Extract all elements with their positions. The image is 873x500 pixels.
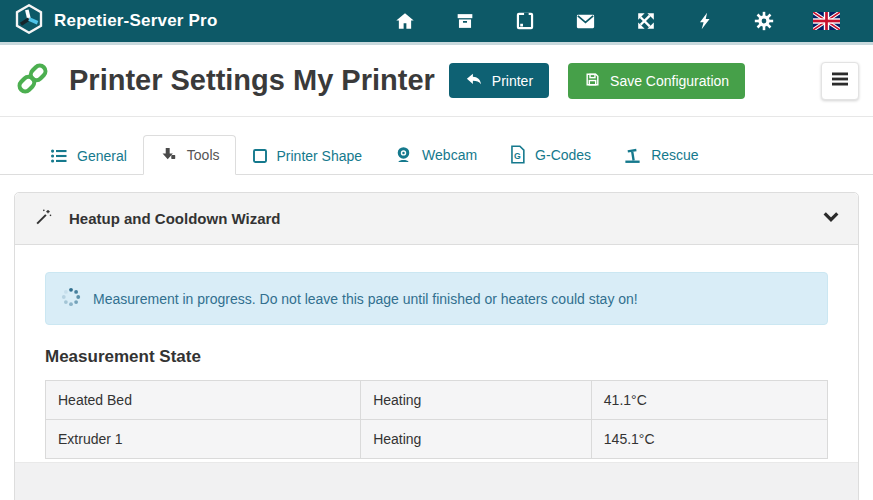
printer-box-icon bbox=[454, 10, 476, 32]
fullscreen-button[interactable] bbox=[616, 0, 676, 42]
printer-frame-icon bbox=[514, 10, 536, 32]
tab-gcodes[interactable]: G G-Codes bbox=[493, 134, 607, 175]
square-outline-icon bbox=[252, 148, 268, 164]
home-button[interactable] bbox=[375, 0, 435, 42]
navbar-actions bbox=[375, 0, 859, 42]
save-configuration-button[interactable]: Save Configuration bbox=[568, 63, 745, 99]
heater-temp-cell: 41.1°C bbox=[591, 381, 827, 420]
magic-wand-icon bbox=[33, 207, 53, 230]
tab-general[interactable]: General bbox=[34, 137, 143, 175]
wizard-panel-title: Heatup and Cooldown Wizard bbox=[69, 210, 281, 227]
tab-rescue[interactable]: Rescue bbox=[607, 135, 714, 175]
brand[interactable]: Repetier-Server Pro bbox=[14, 4, 217, 38]
wizard-panel-footer bbox=[15, 462, 858, 500]
page-title: Printer Settings My Printer bbox=[69, 64, 435, 97]
wizard-panel-body: Measurement in progress. Do not leave th… bbox=[15, 245, 858, 462]
page-header: Printer Settings My Printer Printer Save… bbox=[0, 45, 873, 117]
top-navbar: Repetier-Server Pro bbox=[0, 0, 873, 45]
gcode-file-icon: G bbox=[509, 145, 526, 164]
heater-name-cell: Heated Bed bbox=[46, 381, 361, 420]
tab-printer-shape[interactable]: Printer Shape bbox=[236, 137, 379, 175]
flag-uk-icon bbox=[813, 12, 840, 30]
tab-tools[interactable]: Tools bbox=[143, 135, 236, 175]
hamburger-icon bbox=[832, 72, 848, 89]
home-icon bbox=[394, 10, 416, 32]
settings-tabs: General Tools Printer Shape Webc bbox=[0, 117, 873, 175]
tool-icon bbox=[159, 146, 178, 164]
back-to-printer-button[interactable]: Printer bbox=[449, 63, 549, 98]
alert-text: Measurement in progress. Do not leave th… bbox=[93, 291, 638, 307]
printer-list-button[interactable] bbox=[435, 0, 495, 42]
gear-icon bbox=[753, 10, 775, 32]
mail-icon bbox=[574, 10, 597, 33]
spinner-icon bbox=[61, 287, 81, 310]
chevron-down-icon bbox=[822, 210, 840, 227]
table-row: Extruder 1 Heating 145.1°C bbox=[46, 420, 828, 459]
power-button[interactable] bbox=[676, 0, 734, 42]
rescue-icon bbox=[623, 146, 642, 164]
reply-arrow-icon bbox=[465, 71, 483, 90]
printer-frame-button[interactable] bbox=[495, 0, 555, 42]
webcam-icon bbox=[394, 145, 413, 164]
heater-state-cell: Heating bbox=[361, 420, 592, 459]
heater-temp-cell: 145.1°C bbox=[591, 420, 827, 459]
heater-name-cell: Extruder 1 bbox=[46, 420, 361, 459]
expand-arrows-icon bbox=[635, 10, 657, 32]
table-row: Heated Bed Heating 41.1°C bbox=[46, 381, 828, 420]
measurement-progress-alert: Measurement in progress. Do not leave th… bbox=[45, 272, 828, 325]
wizard-panel-header[interactable]: Heatup and Cooldown Wizard bbox=[15, 193, 858, 245]
more-menu-button[interactable] bbox=[821, 62, 859, 100]
list-icon bbox=[50, 148, 68, 164]
heater-state-cell: Heating bbox=[361, 381, 592, 420]
settings-button[interactable] bbox=[734, 0, 794, 42]
section-title: Measurement State bbox=[45, 347, 828, 367]
svg-text:G: G bbox=[514, 151, 521, 161]
save-floppy-icon bbox=[584, 71, 601, 91]
bolt-icon bbox=[695, 10, 715, 32]
tab-webcam[interactable]: Webcam bbox=[378, 134, 493, 175]
language-button[interactable] bbox=[794, 0, 859, 42]
messages-button[interactable] bbox=[555, 0, 616, 42]
link-chain-icon bbox=[14, 60, 51, 101]
brand-title: Repetier-Server Pro bbox=[54, 11, 217, 31]
repetier-logo-icon bbox=[14, 4, 44, 38]
measurement-state-table: Heated Bed Heating 41.1°C Extruder 1 Hea… bbox=[45, 380, 828, 459]
wizard-panel: Heatup and Cooldown Wizard Me bbox=[14, 192, 859, 500]
